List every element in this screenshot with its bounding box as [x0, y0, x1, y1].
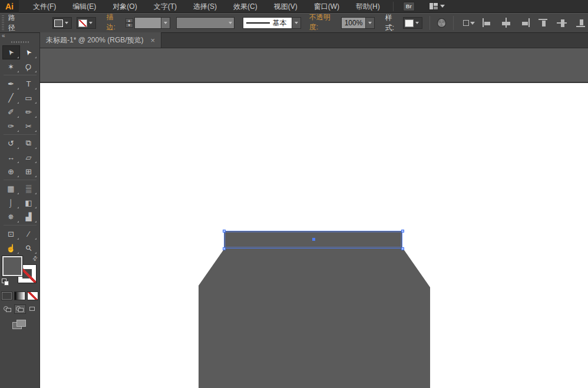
document-tab[interactable]: 未标题-1* @ 200% (RGB/预览) × — [40, 32, 161, 48]
symbol-sprayer-icon: ✵ — [8, 213, 14, 221]
panel-drag-grip[interactable] — [11, 41, 29, 43]
opacity-dropdown[interactable]: 100% — [341, 17, 375, 29]
tool-width[interactable]: ↔ — [2, 150, 20, 164]
none-button[interactable] — [27, 291, 38, 300]
tool-hand[interactable]: ☝ — [2, 241, 20, 255]
opacity-panel-link[interactable]: 不透明度: — [309, 12, 338, 34]
tool-zoom[interactable]: ⚲ — [20, 241, 38, 255]
swap-fill-stroke-icon[interactable]: ⇄ — [31, 254, 39, 263]
screen-mode-button[interactable] — [12, 320, 28, 330]
tool-blend[interactable]: ◧ — [20, 195, 38, 210]
brush-definition-dropdown[interactable]: 基本 — [243, 17, 301, 29]
anchor-handle[interactable] — [223, 230, 226, 233]
h-align-right-button[interactable] — [518, 17, 531, 29]
align-buttons — [462, 17, 588, 29]
tool-shape-builder[interactable]: ⊕ — [2, 164, 20, 178]
h-align-right-icon — [522, 22, 528, 25]
color-button[interactable] — [1, 291, 12, 300]
menu-item[interactable]: 帮助(H) — [348, 0, 388, 13]
tools-panel: « ➤➤✶Ϙ✒T╱▭✐✏✑✂↺⧉↔▱⊕⊞▦▒⌡◧✵▟⊡∕☝⚲ ⇄ — [0, 33, 40, 388]
tab-close-icon[interactable]: × — [151, 36, 156, 45]
tool-slice[interactable]: ∕ — [20, 227, 38, 241]
column-graph-icon: ▟ — [26, 213, 32, 221]
tool-free-transform[interactable]: ▱ — [20, 150, 38, 164]
tool-artboard[interactable]: ⊡ — [2, 227, 20, 241]
tool-mesh[interactable]: ▦ — [2, 181, 20, 195]
menu-item[interactable]: 编辑(E) — [64, 0, 104, 13]
menubar-separator — [393, 2, 394, 11]
fill-proxy[interactable] — [2, 256, 22, 276]
stepper-down-icon[interactable]: ▼ — [125, 23, 133, 28]
tool-line-segment[interactable]: ╱ — [2, 91, 20, 105]
tool-direct-selection[interactable]: ➤ — [20, 45, 38, 59]
tool-pencil[interactable]: ✏ — [20, 105, 38, 119]
tool-rectangle[interactable]: ▭ — [20, 91, 38, 105]
tool-column-graph[interactable]: ▟ — [20, 210, 38, 224]
tool-perspective-grid[interactable]: ⊞ — [20, 164, 38, 178]
scale-icon: ⧉ — [26, 138, 31, 148]
workspace-grid-icon — [429, 2, 438, 10]
stepper-up-icon[interactable]: ▲ — [125, 18, 133, 23]
gradient-button[interactable] — [14, 291, 25, 300]
artboard[interactable] — [40, 82, 588, 388]
stroke-weight-dropdown[interactable] — [134, 17, 170, 29]
h-align-center-icon — [502, 22, 510, 25]
workspace-switcher-button[interactable] — [429, 2, 445, 10]
v-align-top-button[interactable] — [537, 17, 550, 29]
tool-magic-wand[interactable]: ✶ — [2, 59, 20, 74]
menu-item[interactable]: 视图(V) — [266, 0, 306, 13]
menu-item[interactable]: 文件(F) — [25, 0, 64, 13]
anchor-handle[interactable] — [401, 230, 404, 233]
width-icon: ↔ — [7, 153, 15, 162]
menu-item[interactable]: 选择(S) — [185, 0, 225, 13]
dropdown-button[interactable] — [292, 18, 300, 28]
dropdown-button[interactable] — [365, 18, 374, 28]
v-align-middle-button[interactable] — [556, 17, 569, 29]
bridge-button[interactable]: Br — [403, 2, 415, 11]
chevron-down-icon — [89, 22, 93, 24]
tool-lasso[interactable]: Ϙ — [20, 59, 38, 74]
anchor-handle[interactable] — [401, 247, 404, 250]
stroke-color-button[interactable] — [77, 17, 96, 29]
menu-item[interactable]: 窗口(W) — [306, 0, 348, 13]
v-align-bottom-icon — [576, 26, 585, 27]
style-dropdown[interactable] — [403, 17, 422, 29]
default-fill-stroke-icon[interactable] — [2, 278, 9, 286]
tool-scissors[interactable]: ✂ — [20, 119, 38, 133]
recolor-artwork-icon[interactable] — [437, 18, 446, 28]
tool-type[interactable]: T — [20, 77, 38, 91]
menu-item[interactable]: 文字(T) — [146, 0, 185, 13]
draw-normal[interactable] — [2, 304, 14, 314]
chevron-down-icon — [440, 5, 445, 8]
tool-scale[interactable]: ⧉ — [20, 136, 38, 150]
dropdown-button[interactable] — [161, 18, 170, 28]
polygon-shape[interactable] — [199, 248, 430, 388]
tool-symbol-sprayer[interactable]: ✵ — [2, 210, 20, 224]
stroke-weight-stepper[interactable]: ▲ ▼ — [125, 18, 133, 28]
stroke-panel-link[interactable]: 描边: — [107, 12, 122, 34]
v-align-bottom-button[interactable] — [575, 17, 588, 29]
selection-type-label: 路径 — [8, 13, 22, 33]
tool-pen[interactable]: ✒ — [2, 77, 20, 91]
panel-grip[interactable] — [1, 15, 5, 31]
tool-eyedropper[interactable]: ⌡ — [2, 195, 20, 210]
width-profile-dropdown[interactable] — [176, 17, 234, 29]
zoom-icon: ⚲ — [24, 243, 34, 253]
menu-item[interactable]: 对象(O) — [104, 0, 145, 13]
menu-item[interactable]: 效果(C) — [225, 0, 266, 13]
tool-rotate[interactable]: ↺ — [2, 136, 20, 150]
align-options-button[interactable] — [462, 17, 475, 29]
tool-selection[interactable]: ➤ — [2, 45, 20, 59]
draw-inside[interactable] — [27, 304, 38, 314]
anchor-handle[interactable] — [223, 247, 226, 250]
artboard-icon: ⊡ — [8, 230, 14, 238]
tool-paintbrush[interactable]: ✐ — [2, 105, 20, 119]
tool-gradient[interactable]: ▒ — [20, 181, 38, 195]
panel-collapse-button[interactable]: « — [0, 33, 39, 40]
draw-behind[interactable] — [14, 304, 26, 314]
h-align-left-button[interactable] — [481, 17, 494, 29]
tool-blob-brush[interactable]: ✑ — [2, 119, 20, 133]
canvas-area[interactable] — [40, 48, 588, 388]
h-align-center-button[interactable] — [500, 17, 513, 29]
fill-color-button[interactable] — [52, 17, 72, 29]
